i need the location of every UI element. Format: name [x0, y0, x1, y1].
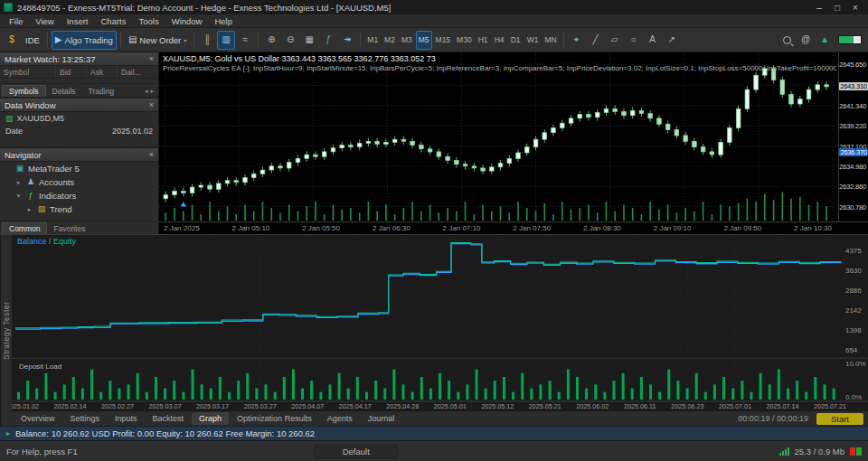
tester-tab-inputs[interactable]: Inputs: [108, 412, 145, 425]
tab-trading[interactable]: Trading: [82, 86, 121, 97]
menu-charts[interactable]: Charts: [95, 16, 133, 26]
text-tool-icon[interactable]: A: [644, 31, 662, 50]
start-button[interactable]: Start: [816, 413, 863, 425]
algo-trading-button[interactable]: ▶Algo Trading: [52, 31, 117, 50]
timeframe-m2-button[interactable]: M2: [382, 31, 398, 50]
tab-symbols[interactable]: Symbols: [2, 85, 46, 97]
timeframe-m1-button[interactable]: M1: [364, 31, 381, 50]
tab-common[interactable]: Common: [2, 222, 47, 234]
search-icon[interactable]: [778, 31, 796, 50]
tester-tab-journal[interactable]: Journal: [361, 412, 402, 425]
profile-selector[interactable]: Default: [315, 445, 398, 458]
data-window-date-row[interactable]: Date 2025.01.02: [0, 125, 158, 137]
tester-tab-graph[interactable]: Graph: [192, 412, 229, 425]
chart-bars-icon[interactable]: ║: [198, 31, 216, 50]
strategy-tester-side-label[interactable]: Strategy Tester: [0, 235, 12, 426]
new-order-button[interactable]: ▤New Order▾: [125, 31, 190, 50]
candlestick-chart[interactable]: XAUUSD,M5: Gold vs US Dollar 3363.443 33…: [159, 52, 838, 221]
menu-window[interactable]: Window: [165, 16, 209, 26]
tab-details[interactable]: Details: [46, 86, 82, 97]
chart-line-icon[interactable]: ≈: [236, 31, 254, 50]
candle: [216, 183, 221, 189]
arrows-tool-icon: ↗: [667, 35, 675, 44]
expander-icon[interactable]: ▸: [14, 179, 23, 186]
trendline-icon[interactable]: ╱: [587, 31, 605, 50]
volume-bar: [368, 202, 370, 221]
time-axis[interactable]: 2 Jan 20252 Jan 05:102 Jan 05:502 Jan 06…: [159, 221, 868, 234]
close-icon[interactable]: ×: [149, 150, 154, 159]
timeframe-m5-button[interactable]: M5: [416, 31, 432, 50]
column-header-symbol[interactable]: Symbol: [0, 66, 56, 78]
timeframe-mn-button[interactable]: MN: [542, 31, 559, 50]
dollar-icon[interactable]: $: [3, 31, 21, 50]
scroll-left-icon[interactable]: ◂: [145, 88, 148, 95]
timeframe-w1-button[interactable]: W1: [524, 31, 542, 50]
tab-favorites[interactable]: Favorites: [47, 223, 91, 234]
indicators-icon[interactable]: ƒ: [319, 31, 337, 50]
arrows-tool-icon[interactable]: ↗: [663, 31, 681, 50]
data-window-title: Data Window: [5, 100, 56, 110]
expander-icon[interactable]: ▸: [25, 206, 33, 213]
timeframe-h1-button[interactable]: H1: [476, 31, 491, 50]
deposit-load-bar: [778, 370, 780, 400]
zoom-out-icon[interactable]: ⊖: [281, 31, 299, 50]
shapes-icon[interactable]: ○: [625, 31, 643, 50]
candle: [366, 141, 371, 143]
volume-bar: [209, 202, 211, 221]
deposit-load-bar: [201, 384, 203, 400]
channel-icon[interactable]: ▱: [606, 31, 624, 50]
deposit-load-bar: [411, 392, 414, 400]
timeframe-m15-button[interactable]: M15: [433, 31, 454, 50]
volume-bar: [588, 205, 590, 221]
expander-icon[interactable]: ▾: [14, 193, 23, 200]
candle: [524, 147, 529, 153]
tester-tab-agents[interactable]: Agents: [320, 412, 360, 425]
candlestick-chart-canvas[interactable]: [159, 52, 838, 221]
volume-bar: [808, 205, 810, 221]
zoom-in-icon[interactable]: ⊕: [262, 31, 280, 50]
navigator-item-indicators[interactable]: ▾ƒIndicators: [0, 189, 158, 202]
column-header-dail[interactable]: Dail...: [118, 66, 158, 78]
column-header-ask[interactable]: Ask: [87, 66, 118, 78]
minimize-button[interactable]: –: [810, 1, 828, 14]
tester-tab-backtest[interactable]: Backtest: [146, 412, 192, 425]
navigator-item-trend[interactable]: ▸▨Trend: [0, 202, 158, 216]
chart-candles-icon[interactable]: ▥: [217, 31, 235, 50]
crosshair-icon[interactable]: ⌖: [568, 31, 586, 50]
title-bar: 248849705 - Exness-MT5Trial: Demo Accoun…: [0, 0, 868, 14]
chart-panel[interactable]: XAUUSD,M5: Gold vs US Dollar 3363.443 33…: [159, 52, 868, 234]
dropdown-arrow-icon: ▾: [184, 37, 186, 43]
close-icon[interactable]: ×: [149, 54, 154, 63]
close-icon[interactable]: ×: [149, 100, 154, 109]
close-button[interactable]: ×: [846, 1, 864, 14]
community-icon[interactable]: @: [797, 31, 815, 50]
tester-tab-overview[interactable]: Overview: [14, 412, 62, 425]
tester-tab-settings[interactable]: Settings: [63, 412, 108, 425]
channel-icon: ▱: [611, 35, 618, 44]
timeframe-h4-button[interactable]: H4: [492, 31, 507, 50]
timeframe-m3-button[interactable]: M3: [399, 31, 415, 50]
balance-equity-graph[interactable]: 437536302886214213986542025.01.022025.02…: [12, 235, 868, 410]
tile-windows-icon[interactable]: ▦: [300, 31, 318, 50]
menu-help[interactable]: Help: [208, 16, 239, 26]
tester-tab-optimization-results[interactable]: Optimization Results: [230, 412, 319, 425]
menu-file[interactable]: File: [3, 16, 29, 26]
navigator-item-accounts[interactable]: ▸♟Accounts: [0, 175, 158, 189]
connection-meter-icon[interactable]: [835, 31, 865, 50]
timeframe-m30-button[interactable]: M30: [454, 31, 475, 50]
ide-button[interactable]: IDE: [22, 31, 43, 50]
market-up-icon[interactable]: ▲: [816, 31, 834, 50]
auto-scroll-icon[interactable]: ↠: [338, 31, 356, 50]
tester-graph-canvas[interactable]: 437536302886214213986542025.01.022025.02…: [12, 235, 868, 410]
price-axis[interactable]: 2645.6502643.4602641.3402639.2202637.100…: [838, 52, 868, 221]
scroll-right-icon[interactable]: ▸: [150, 88, 154, 95]
column-header-bid[interactable]: Bid: [56, 66, 87, 78]
restore-button[interactable]: □: [828, 1, 846, 14]
data-window-symbol-row[interactable]: ▥ XAUUSD,M5: [0, 112, 158, 125]
navigator-item-metatrader-5[interactable]: ▣MetaTrader 5: [0, 162, 158, 175]
menu-view[interactable]: View: [29, 16, 60, 26]
deposit-load-bar: [283, 377, 286, 400]
menu-tools[interactable]: Tools: [132, 16, 165, 26]
menu-insert[interactable]: Insert: [61, 16, 95, 26]
timeframe-d1-button[interactable]: D1: [508, 31, 524, 50]
